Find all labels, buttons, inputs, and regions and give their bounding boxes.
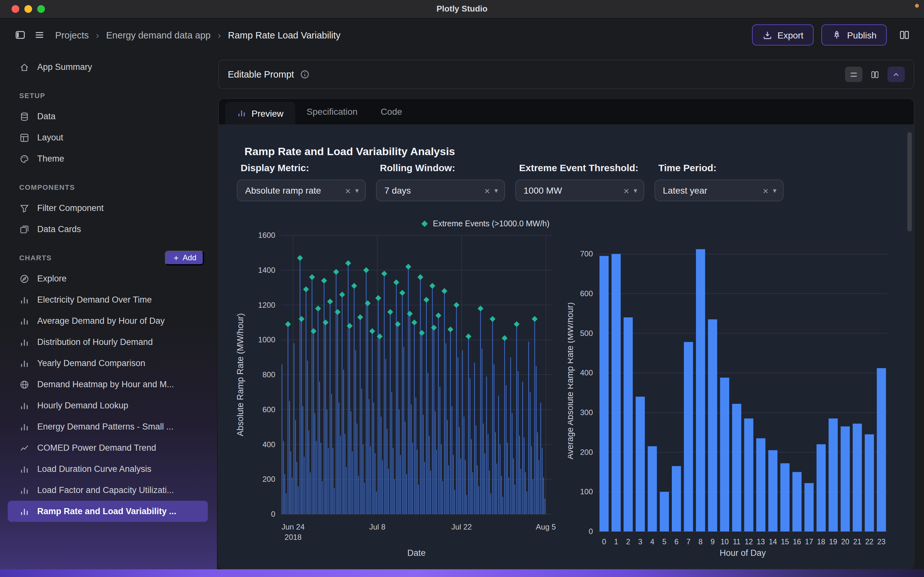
header: Projects›Energy demand data app›Ramp Rat… [0,19,924,51]
svg-text:0: 0 [271,510,275,518]
sidebar-toggle-button[interactable] [10,25,29,45]
bar-chart-icon [19,295,29,305]
chevron-down-icon[interactable]: ▾ [773,186,776,195]
rows-view-button[interactable] [845,67,863,82]
sidebar-item[interactable]: Explore [8,268,208,289]
svg-text:400: 400 [262,440,275,449]
clear-icon[interactable]: × [620,185,632,196]
sidebar-item-label: Layout [37,133,63,142]
add-chart-button[interactable]: Add [165,250,204,265]
collapse-button[interactable] [887,67,905,82]
sidebar-item[interactable]: Load Factor and Capacity Utilizati... [8,480,208,501]
sidebar-toggle-icon [15,29,25,40]
svg-text:10: 10 [720,538,729,546]
sidebar-item[interactable]: Distribution of Hourly Demand [8,332,208,353]
sidebar-item-label: Energy Demand Patterns - Small ... [37,422,174,432]
chevron-down-icon[interactable]: ▾ [494,186,498,195]
filter-label: Extreme Event Threshold: [515,162,644,173]
breadcrumb-item[interactable]: Projects [55,30,89,40]
main-area: Editable Prompt PreviewSpecificationCode… [218,51,914,569]
tab-code[interactable]: Code [369,99,414,124]
sidebar-item[interactable]: Data Cards [8,219,208,240]
sidebar-item[interactable]: Ramp Rate and Load Variability ... [8,501,208,522]
svg-text:4: 4 [650,538,654,546]
filter-group: Display Metric:Absolute ramp rate×▾ [237,162,366,201]
chevron-down-icon[interactable]: ▾ [355,186,359,195]
svg-text:16: 16 [793,538,801,546]
svg-text:1000: 1000 [258,335,275,344]
svg-text:23: 23 [877,538,885,546]
sidebar-item[interactable]: Demand Heatmap by Hour and M... [8,374,208,395]
filter-label: Rolling Window: [376,162,505,173]
svg-text:600: 600 [262,405,275,414]
add-chart-label: Add [183,253,196,262]
chevron-down-icon[interactable]: ▾ [634,186,637,195]
sidebar-item-label: Distribution of Hourly Demand [37,337,153,347]
sidebar-item-label: COMED Power Demand Trend [37,443,156,453]
svg-text:15: 15 [781,538,789,546]
absolute-ramp-rate-chart[interactable]: Jun 242018Jul 8Jul 22Aug 502004006008001… [234,207,568,564]
chart-title: Ramp Rate and Load Variability Analysis [244,145,455,158]
svg-text:18: 18 [817,538,825,546]
library-button[interactable] [895,25,914,45]
preview-area: Ramp Rate and Load Variability Analysis … [219,125,914,569]
scrollbar-track[interactable] [907,128,912,562]
columns-icon [870,69,880,79]
scrollbar-thumb[interactable] [907,132,912,231]
filter-dropdown[interactable]: 1000 MW×▾ [515,179,644,201]
breadcrumb-separator: › [96,29,99,40]
export-button[interactable]: Export [752,24,814,45]
filter-dropdown[interactable]: 7 days×▾ [376,179,505,201]
svg-text:400: 400 [580,368,593,377]
svg-text:Aug 5: Aug 5 [536,522,556,531]
sidebar-item[interactable]: Data [8,106,208,127]
stem-chart-svg: Jun 242018Jul 8Jul 22Aug 502004006008001… [234,207,568,564]
clear-icon[interactable]: × [759,185,772,196]
editable-prompt-bar[interactable]: Editable Prompt [218,60,914,89]
svg-text:13: 13 [757,538,765,546]
hourly-average-ramp-chart[interactable]: 0100200300400500600700012345678910111213… [568,207,895,564]
chevron-up-icon [891,69,901,79]
sidebar-item[interactable]: Electricity Demand Over Time [8,289,208,310]
filter-group: Extreme Event Threshold:1000 MW×▾ [515,162,644,201]
sidebar-item-label: App Summary [37,62,92,72]
clear-icon[interactable]: × [342,185,354,196]
bar-chart-svg: 0100200300400500600700012345678910111213… [568,207,895,564]
sidebar-item[interactable]: Yearly Demand Comparison [8,353,208,374]
prompt-bar-actions [845,67,905,82]
plus-icon [172,254,179,261]
sidebar-item-label: Data Cards [37,224,81,234]
svg-text:1: 1 [614,538,618,546]
menu-button[interactable] [29,25,49,45]
dropdown-value: Latest year [663,185,708,195]
bar-chart-icon [19,506,29,516]
sidebar-item-label: Yearly Demand Comparison [37,358,145,368]
sidebar-item[interactable]: App Summary [8,56,208,77]
sidebar-item[interactable]: Filter Component [8,197,208,219]
filter-label: Time Period: [654,162,783,173]
sidebar-item[interactable]: Average Demand by Hour of Day [8,310,208,332]
sidebar-item[interactable]: Energy Demand Patterns - Small ... [8,416,208,437]
bar-chart-icon [19,485,29,495]
tab-bar: PreviewSpecificationCode [219,99,914,125]
sidebar-item[interactable]: Layout [8,127,208,148]
breadcrumb-item[interactable]: Energy demand data app [106,30,211,40]
filter-dropdown[interactable]: Latest year×▾ [654,179,783,201]
svg-text:Jul 22: Jul 22 [451,522,472,531]
filter-group: Time Period:Latest year×▾ [654,162,783,201]
columns-view-button[interactable] [866,67,884,82]
info-icon[interactable] [300,69,310,79]
publish-button[interactable]: Publish [821,24,887,45]
filter-dropdown[interactable]: Absolute ramp rate×▾ [237,179,366,201]
tab-specification[interactable]: Specification [295,99,369,124]
sidebar-item[interactable]: Hourly Demand Lookup [8,395,208,416]
sidebar-item[interactable]: Load Duration Curve Analysis [8,458,208,480]
sidebar-item[interactable]: COMED Power Demand Trend [8,437,208,458]
clear-icon[interactable]: × [481,185,493,196]
sidebar-item[interactable]: Theme [8,148,208,169]
svg-text:5: 5 [662,538,666,546]
content-panel: PreviewSpecificationCode Ramp Rate and L… [218,98,914,569]
tab-preview[interactable]: Preview [225,102,295,124]
sidebar-section-title: CHARTS [19,254,52,261]
export-label: Export [777,30,803,40]
